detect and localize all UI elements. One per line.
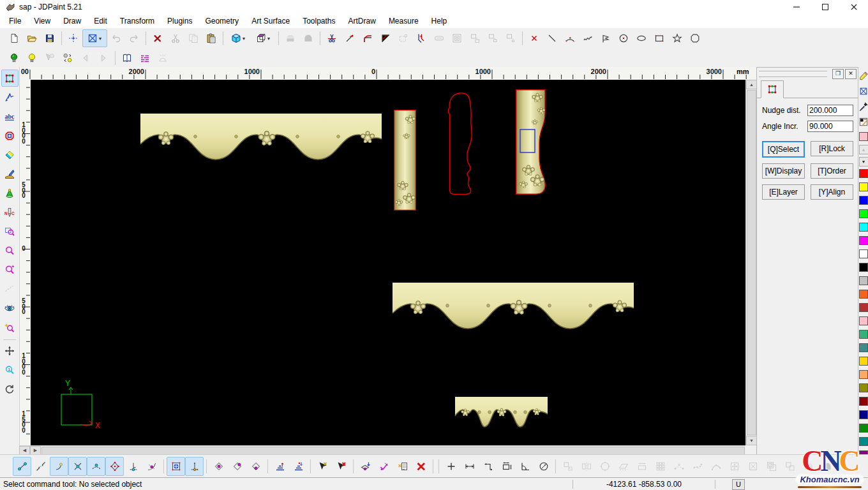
scroll-up-icon[interactable]: ▲ (746, 80, 757, 89)
measure-rect-button[interactable] (497, 457, 516, 476)
measure-circle-button[interactable] (534, 457, 553, 476)
palette-edit-button[interactable] (858, 114, 868, 130)
pick-last-button[interactable] (313, 457, 332, 476)
zoom-object-button[interactable] (1, 318, 19, 336)
profile-outline[interactable] (448, 93, 472, 195)
draw-sketch-button[interactable] (597, 29, 615, 47)
draw-arc-button[interactable] (561, 29, 579, 47)
fillet-corner-button[interactable] (359, 29, 377, 47)
snap-midpoint-button[interactable] (228, 457, 246, 476)
draw-star-button[interactable] (668, 29, 686, 47)
menu-file[interactable]: File (3, 15, 27, 27)
color-swatch[interactable] (859, 437, 868, 446)
fill-tool-button[interactable] (1, 146, 19, 163)
draw-rectangle-button[interactable] (650, 29, 668, 47)
zoom-in-button[interactable] (1, 261, 19, 278)
zoom-actual-button[interactable]: 1 (1, 361, 19, 378)
text-tool-button[interactable]: abc (1, 108, 19, 125)
sculpt-tool-button[interactable] (1, 165, 19, 182)
snap-vertex-button[interactable] (209, 457, 228, 476)
color-swatch[interactable] (859, 209, 868, 218)
swap-colors-button[interactable] (59, 49, 77, 67)
snap-perpendicular-button[interactable] (124, 457, 142, 476)
color-swatch[interactable] (859, 357, 868, 366)
relief-strip[interactable] (140, 114, 382, 160)
measure-path-button[interactable] (479, 457, 497, 476)
menu-toolpaths[interactable]: Toolpaths (296, 15, 341, 27)
draw-line-button[interactable] (543, 29, 561, 47)
pencil-tool-button[interactable] (858, 68, 868, 84)
scroll-down-icon[interactable]: ▼ (746, 436, 757, 445)
paste-clipboard-button[interactable] (202, 29, 220, 47)
menu-help[interactable]: Help (425, 15, 454, 27)
pages-book-button[interactable] (118, 49, 136, 67)
menu-geometry[interactable]: Geometry (198, 15, 245, 27)
color-swatch[interactable] (859, 397, 868, 406)
palette-down-icon[interactable]: ▼ (859, 157, 868, 167)
panel-button-wdisplay[interactable]: [W]Display (762, 163, 805, 179)
maximize-button[interactable] (811, 0, 839, 14)
panel-close-icon[interactable]: ✕ (845, 69, 857, 79)
current-color-swatch[interactable] (859, 132, 868, 141)
draw-circle-button[interactable] (615, 29, 632, 47)
relief-strip[interactable] (455, 397, 548, 427)
unit-toggle-button[interactable]: U (732, 479, 745, 490)
panel-button-elayer[interactable]: [E]Layer (762, 184, 805, 200)
snap-node-button[interactable] (13, 457, 31, 476)
panel-button-rlock[interactable]: [R]Lock (811, 141, 853, 156)
minimize-button[interactable] (782, 0, 811, 14)
measure-point-button[interactable] (442, 457, 460, 476)
color-swatch[interactable] (859, 182, 868, 191)
pick-crosshair-button[interactable] (64, 29, 82, 47)
dropdown-arrow-icon[interactable]: ▼ (98, 36, 103, 41)
chamfer-corner-button[interactable] (377, 29, 394, 47)
snap-axis-button[interactable] (185, 457, 204, 476)
zoom-window-button[interactable] (1, 223, 19, 240)
offset-curve-button[interactable] (412, 29, 430, 47)
nudge-dist-input[interactable] (807, 105, 853, 116)
trim-curve-button[interactable] (341, 29, 359, 47)
color-swatch[interactable] (859, 410, 868, 419)
panel-button-yalign[interactable]: [Y]Align (811, 184, 853, 200)
angle-incr-input[interactable] (807, 121, 853, 132)
draw-polygon-button[interactable] (686, 29, 704, 47)
drill-tool-button[interactable]: NC (1, 204, 19, 221)
color-swatch[interactable] (859, 316, 868, 325)
horizontal-scroll-thumb[interactable] (41, 447, 745, 455)
snap-center-button[interactable] (246, 457, 265, 476)
tab-select-options[interactable] (761, 80, 784, 98)
color-swatch[interactable] (859, 196, 868, 205)
cut-vectors-button[interactable] (323, 29, 341, 47)
color-swatch[interactable] (859, 169, 868, 178)
bulb-green-button[interactable] (5, 49, 23, 67)
menu-plugins[interactable]: Plugins (161, 15, 198, 27)
snap-quadrant-button[interactable] (105, 457, 124, 476)
relief-strip[interactable] (393, 283, 634, 329)
color-swatch[interactable] (859, 290, 868, 299)
color-swatch[interactable] (859, 276, 868, 285)
delete-points-button[interactable] (412, 457, 430, 476)
snap-nearest-button[interactable] (31, 457, 50, 476)
horizontal-scrollbar[interactable]: ◀ ▶ (19, 445, 745, 455)
draw-polyline-button[interactable] (579, 29, 597, 47)
menu-edit[interactable]: Edit (87, 15, 114, 27)
drop-points-button[interactable] (356, 457, 375, 476)
cone-tool-button[interactable] (1, 184, 19, 202)
drawing-canvas[interactable]: YX (31, 80, 745, 445)
panel-gripper[interactable] (759, 71, 827, 78)
shaded-view-button[interactable]: ▼ (226, 29, 251, 47)
project-plane-b-button[interactable] (289, 457, 308, 476)
refresh-view-button[interactable] (1, 380, 19, 397)
panel-button-qselect[interactable]: [Q]Select (762, 141, 805, 158)
edit-nodes-button[interactable] (1, 89, 19, 106)
vertical-scroll-thumb[interactable] (747, 90, 756, 435)
color-swatch[interactable] (859, 249, 868, 258)
color-swatch[interactable] (859, 383, 868, 392)
snap-arc-button[interactable] (87, 457, 105, 476)
project-plane-button[interactable] (271, 457, 289, 476)
relief-post-selected[interactable] (516, 90, 545, 194)
view-eye-button[interactable] (1, 299, 19, 316)
color-swatch[interactable] (859, 263, 868, 272)
color-swatch[interactable] (859, 223, 868, 232)
snap-corner-button[interactable] (50, 457, 68, 476)
